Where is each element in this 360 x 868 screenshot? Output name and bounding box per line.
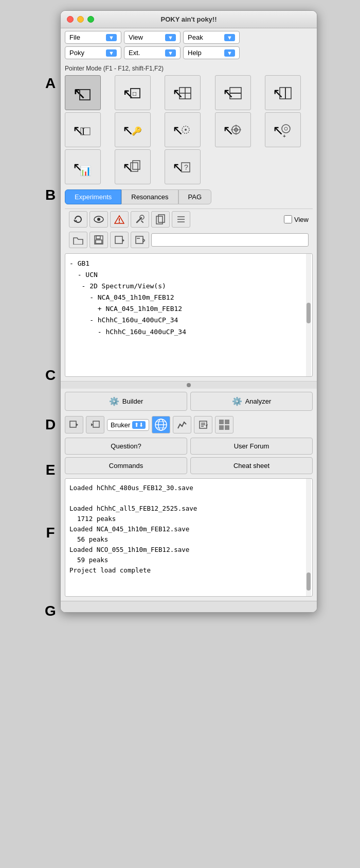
maximize-button[interactable] xyxy=(87,16,94,23)
svg-text:+: + xyxy=(283,133,286,139)
builder-button[interactable]: ⚙️ Builder xyxy=(65,392,187,411)
pointer-peaks-btn[interactable]: ↖📊 xyxy=(65,149,101,184)
list-button[interactable] xyxy=(172,211,190,228)
import-right-button[interactable] xyxy=(86,416,104,433)
builder-icon: ⚙️ xyxy=(109,396,119,406)
forum-button[interactable]: User Forum xyxy=(190,438,313,455)
grid-button[interactable] xyxy=(215,416,233,433)
view-menu[interactable]: View ▼ xyxy=(124,31,181,44)
svg-line-48 xyxy=(141,221,143,222)
pointer-circle-target-btn[interactable]: ↖+ xyxy=(265,112,301,147)
svg-text:?: ? xyxy=(184,163,188,171)
menubar: File ▼ View ▼ Peak ▼ Poky ▼ Ext. xyxy=(61,28,317,62)
svg-rect-77 xyxy=(225,420,229,424)
file-menu[interactable]: File ▼ xyxy=(65,31,121,44)
traffic-lights xyxy=(67,16,94,23)
side-label-g: G xyxy=(43,603,58,619)
export-button[interactable] xyxy=(131,232,149,248)
tree-view[interactable]: - GB1 - UCN - 2D Spectrum/View(s) - NCA_… xyxy=(65,253,313,377)
tab-experiments[interactable]: Experiments xyxy=(65,189,121,204)
pointer-text-btn[interactable]: ↖I xyxy=(65,112,101,147)
commands-button[interactable]: Commands xyxy=(65,457,187,474)
svg-marker-60 xyxy=(143,239,145,242)
pointer-copy-btn[interactable]: ↖ xyxy=(115,149,151,184)
svg-point-23 xyxy=(185,129,187,131)
tree-scrollbar[interactable] xyxy=(306,254,311,376)
import-section: Bruker ⬆⬇ xyxy=(61,414,317,436)
svg-rect-56 xyxy=(96,240,102,244)
scroll-dot xyxy=(187,383,191,387)
analyzer-label: Analyzer xyxy=(245,397,272,405)
search-input[interactable] xyxy=(151,233,309,247)
scroll-indicator xyxy=(61,381,317,389)
pointer-hline-btn[interactable]: ↖ xyxy=(215,75,251,110)
globe-button[interactable] xyxy=(152,416,170,433)
poky-menu[interactable]: Poky ▼ xyxy=(65,46,121,59)
svg-point-42 xyxy=(97,218,100,221)
side-labels: A B C D E F G xyxy=(43,10,58,619)
log-section[interactable]: Loaded hChhC_480us_FEB12_30.save Loaded … xyxy=(65,478,313,597)
pointer-vline-btn[interactable]: ↖ xyxy=(265,75,301,110)
pointer-crosshair-btn[interactable]: ↖ xyxy=(165,75,201,110)
warning-button[interactable] xyxy=(110,211,129,228)
cheatsheet-button[interactable]: Cheat sheet xyxy=(190,457,313,474)
log-scrollbar[interactable] xyxy=(306,479,311,596)
edit-button[interactable] xyxy=(194,416,212,433)
menu-row-1: File ▼ View ▼ Peak ▼ xyxy=(65,31,313,44)
pointer-target-btn[interactable]: ↖ xyxy=(215,112,251,147)
side-label-d: D xyxy=(43,416,58,433)
chart-button[interactable] xyxy=(173,416,191,433)
wrench-button[interactable] xyxy=(131,211,149,228)
help-menu[interactable]: Help ▼ xyxy=(183,46,240,59)
bruker-select[interactable]: Bruker ⬆⬇ xyxy=(107,419,149,431)
view-checkbox[interactable] xyxy=(284,215,292,223)
svg-marker-63 xyxy=(76,423,78,426)
file-menu-arrow: ▼ xyxy=(106,34,117,41)
pointer-dot-btn[interactable]: ↖ xyxy=(165,112,201,147)
import-button[interactable] xyxy=(110,232,129,248)
tab-resonances[interactable]: Resonances xyxy=(121,189,178,204)
eye-button[interactable] xyxy=(89,211,108,228)
main-window: POKY ain't poky!! File ▼ View ▼ Peak ▼ xyxy=(60,10,317,613)
svg-text:↖: ↖ xyxy=(122,160,134,175)
toolbar-row2 xyxy=(65,230,313,251)
titlebar: POKY ain't poky!! xyxy=(61,11,317,28)
svg-rect-79 xyxy=(225,425,229,430)
ext-menu[interactable]: Ext. ▼ xyxy=(124,46,181,59)
log-content: Loaded hChhC_480us_FEB12_30.save Loaded … xyxy=(69,483,308,576)
import-left-button[interactable] xyxy=(65,416,83,433)
pointer-help-btn[interactable]: ↖? xyxy=(165,149,201,184)
peak-menu-arrow: ▼ xyxy=(224,34,235,41)
pointer-zoom-btn[interactable]: ↖□ xyxy=(115,75,151,110)
analyzer-icon: ⚙️ xyxy=(232,396,242,406)
svg-rect-55 xyxy=(96,236,100,239)
ext-menu-arrow: ▼ xyxy=(165,49,176,57)
minimize-button[interactable] xyxy=(77,16,84,23)
view-menu-arrow: ▼ xyxy=(165,34,176,41)
svg-rect-57 xyxy=(115,236,122,244)
builder-section: ⚙️ Builder ⚙️ Analyzer xyxy=(61,389,317,414)
help-row-2: Commands Cheat sheet xyxy=(65,457,313,474)
tabs-section: Experiments Resonances PAG xyxy=(61,186,317,253)
refresh-button[interactable] xyxy=(69,211,87,228)
tree-scrollbar-thumb xyxy=(307,303,311,323)
svg-text:□: □ xyxy=(133,90,136,97)
svg-rect-59 xyxy=(136,236,143,244)
save-button[interactable] xyxy=(89,232,108,248)
analyzer-button[interactable]: ⚙️ Analyzer xyxy=(190,392,313,411)
copy-button[interactable] xyxy=(151,211,170,228)
menu-row-2: Poky ▼ Ext. ▼ Help ▼ xyxy=(65,46,313,59)
view-label: View xyxy=(294,216,309,223)
peak-menu[interactable]: Peak ▼ xyxy=(183,31,240,44)
log-scrollbar-thumb xyxy=(307,572,311,591)
help-row-1: Question? User Forum xyxy=(65,438,313,455)
close-button[interactable] xyxy=(67,16,74,23)
open-button[interactable] xyxy=(69,232,87,248)
question-button[interactable]: Question? xyxy=(65,438,187,455)
tab-pag[interactable]: PAG xyxy=(178,189,212,204)
pointer-mode-section: Pointer Mode (F1 - F12, shift-F1,F2) ↖ ↖… xyxy=(61,62,317,186)
poky-menu-arrow: ▼ xyxy=(106,49,117,57)
pointer-select-btn[interactable]: ↖ xyxy=(65,75,101,110)
pointer-key-btn[interactable]: ↖🔑 xyxy=(115,112,151,147)
svg-rect-37 xyxy=(133,161,140,169)
